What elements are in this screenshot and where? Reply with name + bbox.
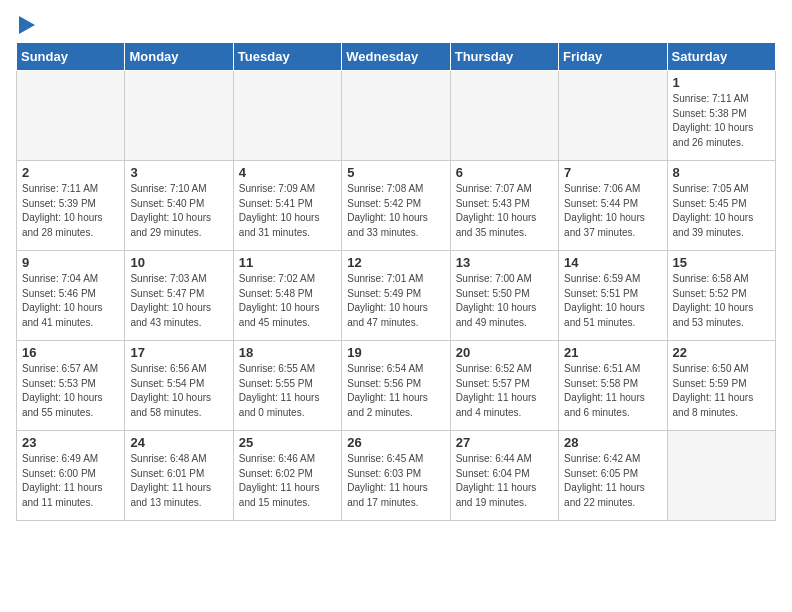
calendar-cell: 22Sunrise: 6:50 AM Sunset: 5:59 PM Dayli… bbox=[667, 341, 775, 431]
day-number: 25 bbox=[239, 435, 336, 450]
day-info: Sunrise: 7:04 AM Sunset: 5:46 PM Dayligh… bbox=[22, 272, 119, 330]
day-info: Sunrise: 7:06 AM Sunset: 5:44 PM Dayligh… bbox=[564, 182, 661, 240]
calendar-cell: 11Sunrise: 7:02 AM Sunset: 5:48 PM Dayli… bbox=[233, 251, 341, 341]
day-number: 6 bbox=[456, 165, 553, 180]
calendar-cell: 9Sunrise: 7:04 AM Sunset: 5:46 PM Daylig… bbox=[17, 251, 125, 341]
calendar-cell: 23Sunrise: 6:49 AM Sunset: 6:00 PM Dayli… bbox=[17, 431, 125, 521]
calendar-cell: 12Sunrise: 7:01 AM Sunset: 5:49 PM Dayli… bbox=[342, 251, 450, 341]
day-number: 15 bbox=[673, 255, 770, 270]
calendar-header-row: SundayMondayTuesdayWednesdayThursdayFrid… bbox=[17, 43, 776, 71]
calendar-cell: 26Sunrise: 6:45 AM Sunset: 6:03 PM Dayli… bbox=[342, 431, 450, 521]
day-info: Sunrise: 6:42 AM Sunset: 6:05 PM Dayligh… bbox=[564, 452, 661, 510]
day-info: Sunrise: 7:11 AM Sunset: 5:39 PM Dayligh… bbox=[22, 182, 119, 240]
day-number: 12 bbox=[347, 255, 444, 270]
day-number: 17 bbox=[130, 345, 227, 360]
calendar-cell bbox=[17, 71, 125, 161]
calendar-cell: 4Sunrise: 7:09 AM Sunset: 5:41 PM Daylig… bbox=[233, 161, 341, 251]
page-header bbox=[16, 16, 776, 34]
calendar-cell: 8Sunrise: 7:05 AM Sunset: 5:45 PM Daylig… bbox=[667, 161, 775, 251]
day-info: Sunrise: 7:03 AM Sunset: 5:47 PM Dayligh… bbox=[130, 272, 227, 330]
day-info: Sunrise: 7:09 AM Sunset: 5:41 PM Dayligh… bbox=[239, 182, 336, 240]
day-header-wednesday: Wednesday bbox=[342, 43, 450, 71]
calendar-cell: 2Sunrise: 7:11 AM Sunset: 5:39 PM Daylig… bbox=[17, 161, 125, 251]
day-info: Sunrise: 7:11 AM Sunset: 5:38 PM Dayligh… bbox=[673, 92, 770, 150]
calendar-cell: 20Sunrise: 6:52 AM Sunset: 5:57 PM Dayli… bbox=[450, 341, 558, 431]
day-number: 1 bbox=[673, 75, 770, 90]
calendar-cell: 28Sunrise: 6:42 AM Sunset: 6:05 PM Dayli… bbox=[559, 431, 667, 521]
day-info: Sunrise: 7:05 AM Sunset: 5:45 PM Dayligh… bbox=[673, 182, 770, 240]
calendar-cell bbox=[233, 71, 341, 161]
day-header-thursday: Thursday bbox=[450, 43, 558, 71]
day-number: 3 bbox=[130, 165, 227, 180]
day-number: 26 bbox=[347, 435, 444, 450]
calendar-cell: 5Sunrise: 7:08 AM Sunset: 5:42 PM Daylig… bbox=[342, 161, 450, 251]
calendar-cell: 13Sunrise: 7:00 AM Sunset: 5:50 PM Dayli… bbox=[450, 251, 558, 341]
day-number: 16 bbox=[22, 345, 119, 360]
calendar-cell bbox=[450, 71, 558, 161]
calendar-cell: 15Sunrise: 6:58 AM Sunset: 5:52 PM Dayli… bbox=[667, 251, 775, 341]
day-info: Sunrise: 6:57 AM Sunset: 5:53 PM Dayligh… bbox=[22, 362, 119, 420]
calendar-cell: 24Sunrise: 6:48 AM Sunset: 6:01 PM Dayli… bbox=[125, 431, 233, 521]
day-number: 23 bbox=[22, 435, 119, 450]
day-number: 5 bbox=[347, 165, 444, 180]
day-info: Sunrise: 6:58 AM Sunset: 5:52 PM Dayligh… bbox=[673, 272, 770, 330]
calendar-cell: 3Sunrise: 7:10 AM Sunset: 5:40 PM Daylig… bbox=[125, 161, 233, 251]
calendar-cell: 1Sunrise: 7:11 AM Sunset: 5:38 PM Daylig… bbox=[667, 71, 775, 161]
day-number: 28 bbox=[564, 435, 661, 450]
day-number: 13 bbox=[456, 255, 553, 270]
day-info: Sunrise: 7:07 AM Sunset: 5:43 PM Dayligh… bbox=[456, 182, 553, 240]
calendar-week-row: 2Sunrise: 7:11 AM Sunset: 5:39 PM Daylig… bbox=[17, 161, 776, 251]
calendar-week-row: 16Sunrise: 6:57 AM Sunset: 5:53 PM Dayli… bbox=[17, 341, 776, 431]
calendar-cell: 25Sunrise: 6:46 AM Sunset: 6:02 PM Dayli… bbox=[233, 431, 341, 521]
calendar-week-row: 9Sunrise: 7:04 AM Sunset: 5:46 PM Daylig… bbox=[17, 251, 776, 341]
logo-triangle-icon bbox=[19, 16, 35, 34]
calendar-cell: 6Sunrise: 7:07 AM Sunset: 5:43 PM Daylig… bbox=[450, 161, 558, 251]
calendar-cell bbox=[342, 71, 450, 161]
calendar-cell: 14Sunrise: 6:59 AM Sunset: 5:51 PM Dayli… bbox=[559, 251, 667, 341]
day-number: 14 bbox=[564, 255, 661, 270]
calendar-cell: 18Sunrise: 6:55 AM Sunset: 5:55 PM Dayli… bbox=[233, 341, 341, 431]
day-info: Sunrise: 6:45 AM Sunset: 6:03 PM Dayligh… bbox=[347, 452, 444, 510]
day-number: 7 bbox=[564, 165, 661, 180]
day-header-sunday: Sunday bbox=[17, 43, 125, 71]
calendar-week-row: 1Sunrise: 7:11 AM Sunset: 5:38 PM Daylig… bbox=[17, 71, 776, 161]
day-number: 18 bbox=[239, 345, 336, 360]
calendar-cell: 7Sunrise: 7:06 AM Sunset: 5:44 PM Daylig… bbox=[559, 161, 667, 251]
calendar-table: SundayMondayTuesdayWednesdayThursdayFrid… bbox=[16, 42, 776, 521]
day-info: Sunrise: 6:48 AM Sunset: 6:01 PM Dayligh… bbox=[130, 452, 227, 510]
day-number: 2 bbox=[22, 165, 119, 180]
day-header-tuesday: Tuesday bbox=[233, 43, 341, 71]
calendar-cell bbox=[125, 71, 233, 161]
calendar-cell: 19Sunrise: 6:54 AM Sunset: 5:56 PM Dayli… bbox=[342, 341, 450, 431]
day-info: Sunrise: 6:50 AM Sunset: 5:59 PM Dayligh… bbox=[673, 362, 770, 420]
calendar-cell: 17Sunrise: 6:56 AM Sunset: 5:54 PM Dayli… bbox=[125, 341, 233, 431]
calendar-week-row: 23Sunrise: 6:49 AM Sunset: 6:00 PM Dayli… bbox=[17, 431, 776, 521]
day-info: Sunrise: 6:59 AM Sunset: 5:51 PM Dayligh… bbox=[564, 272, 661, 330]
day-number: 20 bbox=[456, 345, 553, 360]
day-number: 11 bbox=[239, 255, 336, 270]
day-number: 9 bbox=[22, 255, 119, 270]
day-info: Sunrise: 6:52 AM Sunset: 5:57 PM Dayligh… bbox=[456, 362, 553, 420]
day-info: Sunrise: 6:49 AM Sunset: 6:00 PM Dayligh… bbox=[22, 452, 119, 510]
logo bbox=[16, 16, 35, 34]
day-header-friday: Friday bbox=[559, 43, 667, 71]
day-info: Sunrise: 6:54 AM Sunset: 5:56 PM Dayligh… bbox=[347, 362, 444, 420]
day-header-monday: Monday bbox=[125, 43, 233, 71]
calendar-cell: 27Sunrise: 6:44 AM Sunset: 6:04 PM Dayli… bbox=[450, 431, 558, 521]
day-number: 27 bbox=[456, 435, 553, 450]
day-number: 10 bbox=[130, 255, 227, 270]
day-header-saturday: Saturday bbox=[667, 43, 775, 71]
calendar-cell bbox=[667, 431, 775, 521]
day-number: 22 bbox=[673, 345, 770, 360]
calendar-cell: 16Sunrise: 6:57 AM Sunset: 5:53 PM Dayli… bbox=[17, 341, 125, 431]
calendar-cell: 10Sunrise: 7:03 AM Sunset: 5:47 PM Dayli… bbox=[125, 251, 233, 341]
day-number: 21 bbox=[564, 345, 661, 360]
day-info: Sunrise: 7:08 AM Sunset: 5:42 PM Dayligh… bbox=[347, 182, 444, 240]
day-info: Sunrise: 6:55 AM Sunset: 5:55 PM Dayligh… bbox=[239, 362, 336, 420]
day-number: 19 bbox=[347, 345, 444, 360]
day-info: Sunrise: 7:10 AM Sunset: 5:40 PM Dayligh… bbox=[130, 182, 227, 240]
day-number: 24 bbox=[130, 435, 227, 450]
day-number: 8 bbox=[673, 165, 770, 180]
day-info: Sunrise: 6:44 AM Sunset: 6:04 PM Dayligh… bbox=[456, 452, 553, 510]
day-number: 4 bbox=[239, 165, 336, 180]
